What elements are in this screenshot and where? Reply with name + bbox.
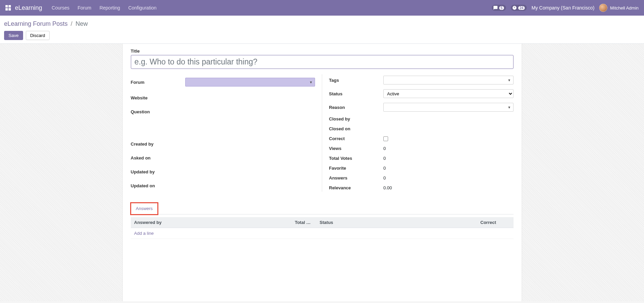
apps-icon[interactable] — [5, 5, 11, 11]
nav-menu-forum[interactable]: Forum — [77, 5, 91, 11]
total-votes-label: Total Votes — [329, 156, 383, 161]
messages-count: 5 — [499, 6, 504, 10]
avatar — [599, 4, 607, 12]
forum-input[interactable]: ▼ — [185, 78, 315, 87]
add-line-link[interactable]: Add a line — [134, 231, 154, 236]
table-header-row: Answered by Total Vo… Status Correct — [131, 217, 514, 228]
nav-menu-reporting[interactable]: Reporting — [100, 5, 120, 11]
activities-count: 24 — [518, 6, 525, 10]
navbar: eLearning Courses Forum Reporting Config… — [0, 0, 644, 16]
title-input[interactable] — [131, 55, 514, 69]
form-right-col: Tags ▼ Status Active Reason ▼ Closed by … — [322, 74, 514, 192]
messages-button[interactable]: 5 — [492, 5, 506, 11]
breadcrumb: eLearning Forum Posts / New — [4, 20, 640, 27]
status-label: Status — [329, 91, 383, 96]
answers-table: Answered by Total Vo… Status Correct Add… — [131, 217, 514, 239]
views-value: 0 — [383, 146, 514, 151]
chevron-down-icon: ▼ — [508, 106, 511, 109]
correct-checkbox[interactable] — [383, 136, 388, 141]
col-status[interactable]: Status — [316, 217, 477, 228]
title-label: Title — [131, 49, 514, 54]
col-correct[interactable]: Correct — [477, 217, 514, 228]
col-answered-by[interactable]: Answered by — [131, 217, 292, 228]
col-total-votes[interactable]: Total Vo… — [291, 217, 316, 228]
tab-answers[interactable]: Answers — [131, 203, 158, 214]
control-bar: eLearning Forum Posts / New Save Discard — [0, 16, 644, 44]
breadcrumb-sep: / — [71, 20, 72, 27]
company-switcher[interactable]: My Company (San Francisco) — [532, 5, 594, 11]
closed-on-label: Closed on — [329, 126, 383, 131]
tags-input[interactable]: ▼ — [383, 76, 514, 84]
form-sheet: Title Forum ▼ Website Question Created b… — [122, 44, 522, 301]
chat-icon — [493, 5, 498, 10]
activities-button[interactable]: 24 — [511, 5, 527, 11]
user-menu[interactable]: Mitchell Admin — [599, 4, 639, 12]
reason-input[interactable]: ▼ — [383, 103, 514, 112]
total-votes-value: 0 — [383, 156, 514, 161]
discard-button[interactable]: Discard — [26, 31, 50, 40]
question-label: Question — [131, 109, 185, 114]
form-left-col: Forum ▼ Website Question Created by Aske… — [131, 74, 323, 192]
reason-label: Reason — [329, 105, 383, 110]
sheet-background: Title Forum ▼ Website Question Created b… — [0, 44, 644, 301]
favorite-label: Favorite — [329, 166, 383, 171]
closed-by-label: Closed by — [329, 116, 383, 121]
forum-label: Forum — [131, 80, 185, 85]
answers-label: Answers — [329, 175, 383, 181]
correct-label: Correct — [329, 136, 383, 141]
updated-by-label: Updated by — [131, 169, 185, 174]
views-label: Views — [329, 146, 383, 151]
website-label: Website — [131, 95, 185, 100]
notebook: Answers Answered by Total Vo… Status Cor… — [131, 203, 514, 239]
clock-icon — [512, 5, 517, 10]
nav-menu: Courses Forum Reporting Configuration — [52, 5, 157, 11]
favorite-value: 0 — [383, 166, 514, 171]
notebook-tabs: Answers — [131, 203, 514, 214]
nav-menu-courses[interactable]: Courses — [52, 5, 69, 11]
asked-on-label: Asked on — [131, 155, 185, 160]
save-button[interactable]: Save — [4, 31, 23, 40]
updated-on-label: Updated on — [131, 183, 185, 188]
breadcrumb-root[interactable]: eLearning Forum Posts — [4, 20, 68, 27]
app-brand[interactable]: eLearning — [15, 4, 42, 12]
table-row: Add a line — [131, 228, 514, 239]
created-by-label: Created by — [131, 141, 185, 147]
user-name: Mitchell Admin — [610, 5, 639, 11]
relevance-label: Relevance — [329, 185, 383, 190]
nav-menu-configuration[interactable]: Configuration — [128, 5, 156, 11]
relevance-value: 0.00 — [383, 185, 514, 190]
status-select[interactable]: Active — [383, 89, 514, 98]
breadcrumb-current: New — [75, 20, 88, 27]
chevron-down-icon: ▼ — [508, 78, 511, 82]
answers-value: 0 — [383, 175, 514, 181]
tags-label: Tags — [329, 78, 383, 83]
chevron-down-icon: ▼ — [309, 80, 313, 84]
